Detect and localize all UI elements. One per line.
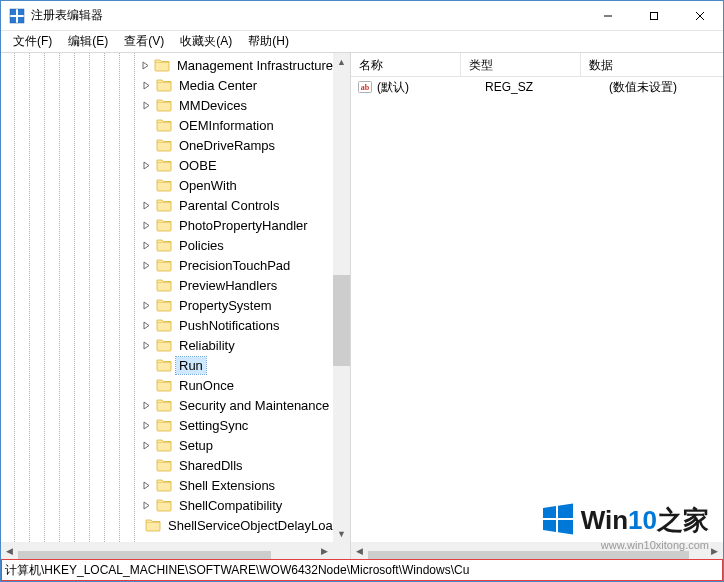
column-data[interactable]: 数据: [581, 53, 723, 76]
folder-icon: [156, 498, 172, 512]
tree-item-label: Security and Maintenance: [176, 397, 332, 414]
tree-scroll-area[interactable]: Management InfrastructureMedia CenterMMD…: [1, 53, 333, 542]
expand-icon[interactable]: [141, 500, 152, 511]
tree-item[interactable]: Parental Controls: [141, 195, 333, 215]
tree-item[interactable]: Policies: [141, 235, 333, 255]
tree-item[interactable]: PushNotifications: [141, 315, 333, 335]
close-button[interactable]: [677, 1, 723, 31]
tree-item-label: Shell Extensions: [176, 477, 278, 494]
menu-file[interactable]: 文件(F): [5, 31, 60, 52]
tree-item[interactable]: OpenWith: [141, 175, 333, 195]
list-header: 名称 类型 数据: [351, 53, 723, 77]
tree-item-label: Run: [176, 357, 206, 374]
tree-item[interactable]: Run: [141, 355, 333, 375]
titlebar: 注册表编辑器: [1, 1, 723, 31]
expand-icon: [141, 280, 152, 291]
folder-icon: [156, 218, 172, 232]
expand-icon[interactable]: [141, 200, 152, 211]
tree-item[interactable]: PrecisionTouchPad: [141, 255, 333, 275]
tree-item[interactable]: PreviewHandlers: [141, 275, 333, 295]
expand-icon: [141, 120, 152, 131]
expand-icon[interactable]: [141, 300, 152, 311]
scroll-up-button[interactable]: ▲: [333, 53, 350, 70]
tree-item[interactable]: RunOnce: [141, 375, 333, 395]
tree-item[interactable]: PhotoPropertyHandler: [141, 215, 333, 235]
window-title: 注册表编辑器: [31, 7, 103, 24]
tree-item[interactable]: ShellCompatibility: [141, 495, 333, 515]
tree-item[interactable]: Shell Extensions: [141, 475, 333, 495]
tree-hscroll-thumb[interactable]: [18, 551, 271, 560]
expand-icon: [141, 360, 152, 371]
scroll-right-button[interactable]: ▶: [316, 542, 333, 559]
list-hscroll-thumb[interactable]: [368, 551, 689, 560]
tree-horizontal-scrollbar[interactable]: ◀ ▶: [1, 542, 333, 559]
expand-icon[interactable]: [141, 220, 152, 231]
tree-item-label: MMDevices: [176, 97, 250, 114]
expand-icon[interactable]: [141, 480, 152, 491]
tree-item[interactable]: Management Infrastructure: [141, 55, 333, 75]
tree-item[interactable]: Reliability: [141, 335, 333, 355]
expand-icon[interactable]: [141, 260, 152, 271]
tree-item-label: Reliability: [176, 337, 238, 354]
svg-rect-1: [18, 9, 24, 15]
tree-item-label: OneDriveRamps: [176, 137, 278, 154]
tree-item[interactable]: OEMInformation: [141, 115, 333, 135]
tree-scroll-corner: [333, 542, 350, 559]
menu-help[interactable]: 帮助(H): [240, 31, 297, 52]
expand-icon[interactable]: [141, 320, 152, 331]
minimize-button[interactable]: [585, 1, 631, 31]
regedit-app-icon: [9, 8, 25, 24]
column-name[interactable]: 名称: [351, 53, 461, 76]
tree-pane: Management InfrastructureMedia CenterMMD…: [1, 53, 351, 559]
folder-icon: [156, 258, 172, 272]
list-scroll-left-button[interactable]: ◀: [351, 542, 368, 559]
tree-item[interactable]: SettingSync: [141, 415, 333, 435]
tree-item[interactable]: OOBE: [141, 155, 333, 175]
expand-icon[interactable]: [141, 160, 152, 171]
tree-item[interactable]: Media Center: [141, 75, 333, 95]
tree-vscroll-thumb[interactable]: [333, 275, 350, 366]
scroll-left-button[interactable]: ◀: [1, 542, 18, 559]
expand-icon[interactable]: [141, 440, 152, 451]
folder-icon: [156, 478, 172, 492]
expand-icon[interactable]: [141, 240, 152, 251]
expand-icon: [141, 460, 152, 471]
svg-rect-0: [10, 9, 16, 15]
menu-favorites[interactable]: 收藏夹(A): [172, 31, 240, 52]
tree-item[interactable]: Security and Maintenance: [141, 395, 333, 415]
expand-icon[interactable]: [141, 400, 152, 411]
folder-icon: [156, 298, 172, 312]
svg-rect-6: [651, 12, 658, 19]
tree-vertical-scrollbar[interactable]: ▲ ▼: [333, 53, 350, 542]
expand-icon[interactable]: [141, 100, 152, 111]
tree-item[interactable]: OneDriveRamps: [141, 135, 333, 155]
menu-edit[interactable]: 编辑(E): [60, 31, 116, 52]
scroll-down-button[interactable]: ▼: [333, 525, 350, 542]
expand-icon[interactable]: [141, 340, 152, 351]
cell-name: (默认): [377, 79, 481, 96]
statusbar: 计算机\HKEY_LOCAL_MACHINE\SOFTWARE\WOW6432N…: [1, 559, 723, 581]
list-row[interactable]: ab(默认)REG_SZ(数值未设置): [351, 77, 723, 97]
maximize-button[interactable]: [631, 1, 677, 31]
expand-icon[interactable]: [141, 60, 150, 71]
folder-icon: [156, 78, 172, 92]
list-body[interactable]: ab(默认)REG_SZ(数值未设置): [351, 77, 723, 97]
tree-item[interactable]: Setup: [141, 435, 333, 455]
list-scroll-right-button[interactable]: ▶: [706, 542, 723, 559]
tree-item[interactable]: SharedDlls: [141, 455, 333, 475]
folder-icon: [156, 118, 172, 132]
tree-item[interactable]: PropertySystem: [141, 295, 333, 315]
list-horizontal-scrollbar[interactable]: ◀ ▶: [351, 542, 723, 559]
menu-view[interactable]: 查看(V): [116, 31, 172, 52]
tree-item[interactable]: MMDevices: [141, 95, 333, 115]
folder-icon: [156, 198, 172, 212]
cell-type: REG_SZ: [485, 80, 605, 94]
tree-vscroll-track[interactable]: [333, 70, 350, 525]
expand-icon[interactable]: [141, 80, 152, 91]
column-type[interactable]: 类型: [461, 53, 581, 76]
tree-item[interactable]: ShellServiceObjectDelayLoa: [141, 515, 333, 535]
expand-icon[interactable]: [141, 420, 152, 431]
svg-text:ab: ab: [361, 83, 370, 92]
expand-icon: [141, 140, 152, 151]
folder-icon: [156, 438, 172, 452]
